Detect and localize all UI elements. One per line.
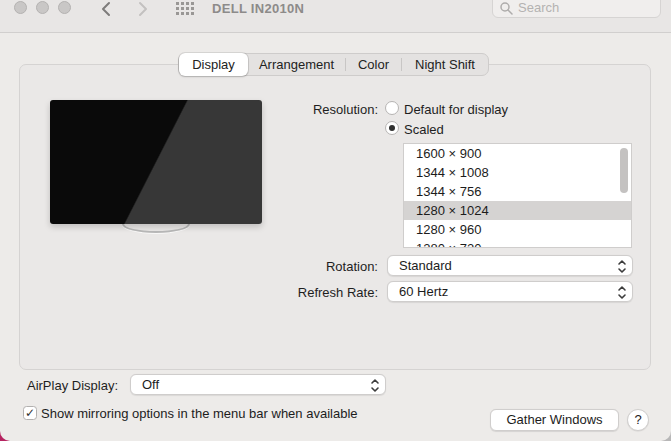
radio-default-label[interactable]: Default for display	[404, 102, 508, 117]
search-icon	[500, 2, 513, 15]
resolution-list-item[interactable]: 1280 × 960	[404, 220, 631, 239]
monitor-preview-image	[50, 100, 262, 224]
resolution-list-item[interactable]: 1600 × 900	[404, 144, 631, 163]
title-bar: DELL IN2010N Search	[0, 0, 671, 33]
resolution-list-item[interactable]: 1280 × 720	[404, 239, 631, 248]
stepper-chevrons-icon	[617, 284, 627, 306]
radio-scaled-label[interactable]: Scaled	[404, 122, 444, 137]
rotation-label: Rotation:	[268, 259, 378, 274]
airplay-value: Off	[142, 377, 159, 392]
show-mirroring-checkbox[interactable]: ✓	[23, 406, 37, 420]
back-button[interactable]	[99, 1, 115, 17]
chevron-left-icon	[99, 1, 115, 17]
grid-of-dots-icon	[176, 2, 195, 16]
chevron-right-icon	[134, 1, 150, 17]
tab-display[interactable]: Display	[179, 53, 248, 76]
search-placeholder: Search	[518, 0, 559, 16]
refresh-rate-label: Refresh Rate:	[268, 285, 378, 300]
resolution-list-item[interactable]: 1344 × 756	[404, 182, 631, 201]
radio-scaled[interactable]	[385, 121, 399, 135]
rotation-value: Standard	[399, 258, 452, 273]
resolution-label: Resolution:	[268, 102, 378, 117]
gather-windows-button[interactable]: Gather Windows	[490, 409, 619, 431]
refresh-rate-value: 60 Hertz	[399, 284, 448, 299]
rotation-dropdown[interactable]: Standard	[387, 255, 633, 276]
search-input[interactable]: Search	[492, 0, 661, 18]
tab-night-shift[interactable]: Night Shift	[402, 54, 488, 75]
resolution-list: 1600 × 900 1344 × 1008 1344 × 756 1280 ×…	[403, 143, 632, 248]
forward-button[interactable]	[134, 1, 150, 17]
stepper-chevrons-icon	[617, 258, 627, 280]
resolution-list-item[interactable]: 1344 × 1008	[404, 163, 631, 182]
show-all-preferences-button[interactable]	[176, 2, 195, 20]
resolution-list-item-selected[interactable]: 1280 × 1024	[404, 201, 631, 220]
tab-color[interactable]: Color	[346, 54, 401, 75]
system-preferences-window: DELL IN2010N Search Display Arrangement …	[0, 0, 671, 441]
radio-default-for-display[interactable]	[385, 101, 399, 115]
airplay-display-dropdown[interactable]: Off	[130, 374, 386, 395]
tab-arrangement[interactable]: Arrangement	[248, 54, 345, 75]
checkmark-icon: ✓	[25, 406, 35, 420]
tab-bar: Display Arrangement Color Night Shift	[178, 53, 489, 76]
scrollbar-thumb[interactable]	[620, 148, 628, 193]
help-button[interactable]: ?	[627, 409, 649, 431]
minimize-window-icon[interactable]	[36, 1, 49, 14]
zoom-window-icon[interactable]	[58, 1, 71, 14]
airplay-display-label: AirPlay Display:	[8, 378, 118, 393]
refresh-rate-dropdown[interactable]: 60 Hertz	[387, 281, 633, 302]
window-title: DELL IN2010N	[212, 0, 304, 17]
stepper-chevrons-icon	[370, 377, 380, 399]
close-window-icon[interactable]	[14, 1, 27, 14]
show-mirroring-label[interactable]: Show mirroring options in the menu bar w…	[41, 406, 358, 421]
